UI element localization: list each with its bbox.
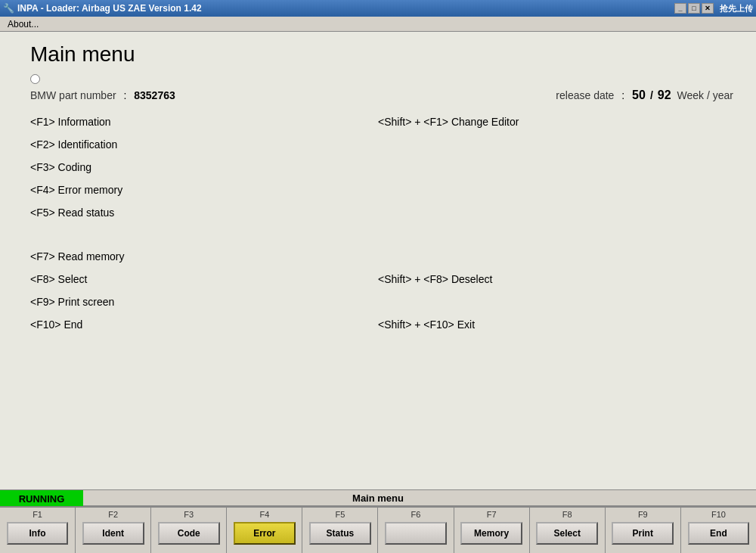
- fkey-f3-button[interactable]: Code: [158, 522, 220, 545]
- f3-key: <F3>: [30, 161, 58, 173]
- fkey-f10-label: F10: [711, 510, 726, 519]
- menu-entry-blank: [30, 229, 733, 240]
- menu-entry-f8: <F8> Select <Shift> + <F8> Deselect: [30, 273, 733, 285]
- f4-label: Error memory: [58, 184, 123, 196]
- minimize-button[interactable]: _: [674, 3, 686, 14]
- shift-f8-label: Deselect: [451, 273, 492, 285]
- fkey-f2-button[interactable]: Ident: [82, 522, 144, 545]
- release-slash: /: [650, 89, 653, 101]
- menu-entry-f2: <F2> Identification: [30, 138, 733, 151]
- shift-f1-key: <Shift> + <F1>: [378, 116, 448, 128]
- fkey-col-f6: F6: [378, 508, 454, 553]
- f7-label: Read memory: [58, 250, 125, 263]
- menu-entry-f3: <F3> Coding: [30, 161, 733, 173]
- release-week: 50: [632, 89, 646, 102]
- fkey-f4-label: F4: [259, 510, 269, 519]
- maximize-button[interactable]: □: [688, 3, 700, 14]
- release-year: 92: [658, 89, 671, 102]
- running-label: RUNNING: [19, 493, 65, 505]
- page-title: Main menu: [30, 42, 733, 67]
- titlebar: 🔧 INPA - Loader: Airbag US ZAE Version 1…: [0, 0, 756, 17]
- shift-f10-label: Exit: [457, 318, 475, 331]
- bmw-part-value: 8352763: [134, 89, 175, 101]
- bmw-part-label: BMW part number: [30, 89, 116, 101]
- release-date-label: release date: [556, 89, 614, 101]
- menu-entry-f7: <F7> Read memory: [30, 250, 733, 263]
- shift-f10-key: <Shift> + <F10>: [378, 318, 454, 331]
- f5-key: <F5>: [30, 207, 58, 219]
- bmw-part-sep: :: [121, 89, 130, 101]
- f4-key: <F4>: [30, 184, 58, 196]
- titlebar-right-label: 抢先上传: [720, 3, 753, 14]
- app-icon: 🔧: [3, 3, 14, 14]
- fkey-col-f3: F3 Code: [151, 508, 227, 553]
- f8-key: <F8>: [30, 273, 58, 285]
- running-badge: RUNNING: [0, 490, 83, 507]
- fkey-f5-label: F5: [336, 510, 345, 519]
- radio-row: [30, 74, 733, 84]
- f10-key: <F10>: [30, 318, 64, 331]
- fkey-f6-label: F6: [411, 510, 421, 519]
- f10-label: End: [64, 318, 82, 331]
- menubar: About...: [0, 17, 756, 32]
- fkey-f8-label: F8: [562, 510, 572, 519]
- fkey-f1-button[interactable]: Info: [7, 522, 69, 545]
- f9-label: Print screen: [58, 296, 115, 308]
- f1-label: Information: [58, 116, 111, 128]
- titlebar-left: 🔧 INPA - Loader: Airbag US ZAE Version 1…: [3, 3, 202, 14]
- fkey-col-f1: F1 Info: [0, 508, 76, 553]
- f9-key: <F9>: [30, 296, 58, 308]
- fkey-col-f10: F10 End: [681, 508, 756, 553]
- radio-button[interactable]: [30, 74, 40, 84]
- menu-entry-f5: <F5> Read status: [30, 207, 733, 219]
- fkey-f7-button[interactable]: Memory: [460, 522, 522, 545]
- titlebar-title: INPA - Loader: Airbag US ZAE Version 1.4…: [17, 3, 202, 14]
- statusbar: RUNNING Main menu: [0, 489, 756, 506]
- release-date-sep: :: [618, 89, 627, 101]
- menu-entries: <F1> Information <Shift> + <F1> Change E…: [30, 116, 733, 331]
- f7-key: <F7>: [30, 250, 58, 263]
- statusbar-center-label: Main menu: [352, 492, 404, 504]
- content-area: Main menu BMW part number : 8352763 rele…: [0, 32, 756, 489]
- fkey-f3-label: F3: [184, 510, 194, 519]
- fkey-f9-button[interactable]: Print: [612, 522, 674, 545]
- f2-label: Identification: [58, 138, 118, 151]
- fkey-f7-label: F7: [487, 510, 497, 519]
- about-menu[interactable]: About...: [3, 17, 43, 31]
- f8-label: Select: [58, 273, 88, 285]
- fkey-f8-button[interactable]: Select: [536, 522, 598, 545]
- fkey-f4-button[interactable]: Error: [234, 522, 296, 545]
- fkey-f9-label: F9: [638, 510, 648, 519]
- fkey-col-f8: F8 Select: [530, 508, 606, 553]
- titlebar-controls[interactable]: _ □ ✕ 抢先上传: [674, 3, 753, 14]
- f5-label: Read status: [58, 207, 115, 219]
- f3-label: Coding: [58, 161, 91, 173]
- close-button[interactable]: ✕: [702, 3, 714, 14]
- fkeybar: F1 Info F2 Ident F3 Code F4 Error F5 Sta…: [0, 506, 756, 553]
- fkey-f1-label: F1: [33, 510, 42, 519]
- fkey-col-f5: F5 Status: [302, 508, 378, 553]
- menu-entry-f4: <F4> Error memory: [30, 184, 733, 196]
- fkey-col-f4: F4 Error: [227, 508, 302, 553]
- fkey-col-f2: F2 Ident: [76, 508, 151, 553]
- menu-entry-f9: <F9> Print screen: [30, 296, 733, 308]
- fkey-col-f7: F7 Memory: [454, 508, 530, 553]
- fkey-f10-button[interactable]: End: [688, 522, 750, 545]
- week-year-label: Week / year: [677, 89, 733, 101]
- menu-entry-f10: <F10> End <Shift> + <F10> Exit: [30, 318, 733, 331]
- f2-key: <F2>: [30, 138, 58, 151]
- fkey-f6-button[interactable]: [385, 522, 447, 545]
- shift-f1-label: Change Editor: [451, 116, 519, 128]
- menu-entry-f1: <F1> Information <Shift> + <F1> Change E…: [30, 116, 733, 128]
- info-bar: BMW part number : 8352763 release date :…: [30, 89, 733, 102]
- fkey-f5-button[interactable]: Status: [309, 522, 371, 545]
- fkey-col-f9: F9 Print: [606, 508, 681, 553]
- fkey-f2-label: F2: [108, 510, 118, 519]
- f1-key: <F1>: [30, 116, 58, 128]
- shift-f8-key: <Shift> + <F8>: [378, 273, 448, 285]
